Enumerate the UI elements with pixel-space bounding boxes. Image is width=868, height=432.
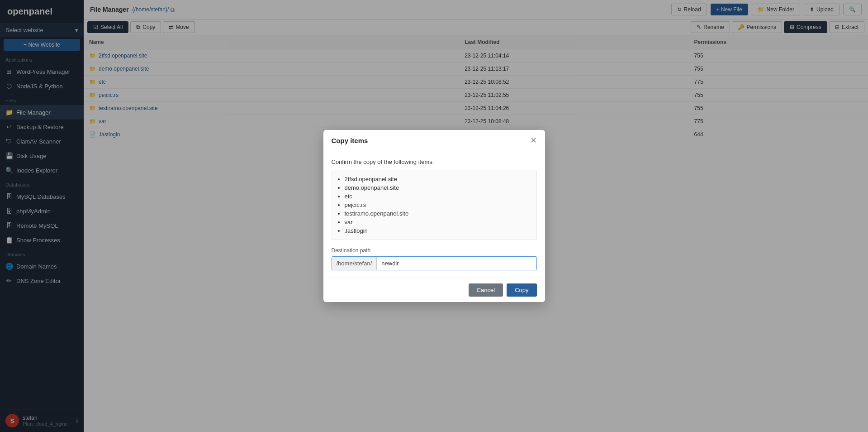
copy-confirm-button[interactable]: Copy bbox=[507, 283, 536, 297]
modal-body: Confirm the copy of the following items:… bbox=[323, 151, 545, 278]
list-item: pejcic.rs bbox=[345, 201, 532, 209]
list-item: etc bbox=[345, 192, 532, 201]
modal-close-button[interactable]: ✕ bbox=[530, 136, 537, 144]
destination-label: Destination path bbox=[332, 247, 537, 254]
list-item: testiramo.openpanel.site bbox=[345, 209, 532, 218]
list-item: 2tfsd.openpanel.site bbox=[345, 175, 532, 183]
modal-items-list: 2tfsd.openpanel.sitedemo.openpanel.sitee… bbox=[332, 170, 537, 240]
destination-path-row: /home/stefan/ bbox=[332, 256, 537, 270]
list-item: var bbox=[345, 218, 532, 226]
modal-header: Copy items ✕ bbox=[323, 130, 545, 151]
modal-confirm-text: Confirm the copy of the following items: bbox=[332, 158, 537, 165]
modal-title: Copy items bbox=[332, 137, 368, 144]
list-item: demo.openpanel.site bbox=[345, 183, 532, 192]
list-item: .lastlogin bbox=[345, 226, 532, 235]
modal-overlay[interactable]: Copy items ✕ Confirm the copy of the fol… bbox=[0, 0, 868, 432]
destination-prefix: /home/stefan/ bbox=[332, 257, 377, 270]
copy-items-modal: Copy items ✕ Confirm the copy of the fol… bbox=[323, 130, 545, 302]
modal-footer: Cancel Copy bbox=[323, 278, 545, 302]
cancel-button[interactable]: Cancel bbox=[469, 283, 503, 297]
destination-input[interactable] bbox=[377, 257, 536, 270]
